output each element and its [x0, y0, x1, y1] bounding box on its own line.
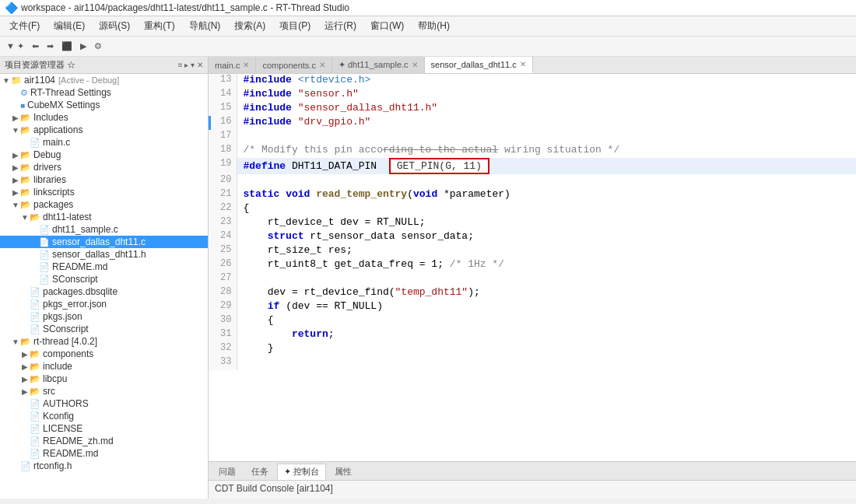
code-line-24: 24 struct rt_sensor_data sensor_data; — [209, 230, 856, 244]
menu-edit[interactable]: 编辑(E) — [47, 18, 91, 34]
toolbar-btn-2[interactable]: ⬅ — [29, 40, 42, 53]
sidebar-item-cubemx-settings[interactable]: ■ CubeMX Settings — [0, 99, 208, 111]
bottom-tab-console[interactable]: ✦ 控制台 — [277, 464, 326, 480]
app-icon: 🔷 — [5, 2, 18, 14]
sidebar-item-rt-thread-settings[interactable]: ⚙ RT-Thread Settings — [0, 86, 208, 99]
toolbar-btn-4[interactable]: ⬛ — [58, 40, 75, 53]
menu-window[interactable]: 窗口(W) — [364, 18, 410, 34]
arrow-rt-thread: ▼ — [11, 338, 20, 346]
sidebar-item-dht11-sample-c[interactable]: 📄 dht11_sample.c — [0, 223, 208, 236]
sidebar-item-kconfig[interactable]: 📄 Kconfig — [0, 410, 208, 422]
sidebar-item-sconscript2[interactable]: 📄 SConscript — [0, 323, 208, 335]
menu-project[interactable]: 项目(P) — [273, 18, 317, 34]
sidebar-item-authors[interactable]: 📄 AUTHORS — [0, 397, 208, 410]
sidebar-item-pkgs-error-json[interactable]: 📄 pkgs_error.json — [0, 298, 208, 310]
title-text: workspace - air1104/packages/dht11-lates… — [21, 2, 349, 13]
menu-help[interactable]: 帮助(H) — [412, 18, 456, 34]
icon-main-c: 📄 — [30, 138, 40, 148]
tab-dht11-sample-c[interactable]: ✦ dht11_sample.c ✕ — [332, 57, 425, 73]
pin-box: GET_PIN(G, 11) — [389, 158, 489, 174]
tab-close-main-c[interactable]: ✕ — [243, 61, 249, 69]
menu-run[interactable]: 运行(R) — [318, 18, 363, 34]
bottom-tab-problems[interactable]: 问题 — [212, 464, 243, 480]
bottom-tab-properties[interactable]: 属性 — [328, 464, 359, 480]
arrow-include: ▶ — [20, 362, 30, 371]
icon-readme-zh-md: 📄 — [30, 436, 40, 446]
arrow-packages: ▼ — [11, 201, 20, 209]
code-line-33: 33 — [209, 356, 856, 370]
sidebar-item-linkscripts[interactable]: ▶ 📂 linkscripts — [0, 186, 208, 198]
sidebar-item-debug[interactable]: ▶ 📂 Debug — [0, 149, 208, 161]
sidebar-item-dht11-latest[interactable]: ▼ 📂 dht11-latest — [0, 211, 208, 223]
sidebar-item-sensor-dallas-dht11-c[interactable]: 📄 sensor_dallas_dht11.c — [0, 236, 208, 248]
toolbar-btn-3[interactable]: ➡ — [44, 40, 57, 53]
sidebar-item-packages-dbsqlite[interactable]: 📄 packages.dbsqlite — [0, 285, 208, 298]
line-content-28: dev = rt_device_find("temp_dht11"); — [237, 286, 856, 300]
label-packages-dbsqlite: packages.dbsqlite — [43, 286, 118, 297]
sidebar-item-pkgs-json[interactable]: 📄 pkgs.json — [0, 310, 208, 323]
tab-sensor-dallas-dht11-c[interactable]: sensor_dallas_dht11.c ✕ — [425, 57, 533, 73]
tab-close-sensor-dallas-dht11-c[interactable]: ✕ — [520, 60, 526, 68]
menu-search[interactable]: 搜索(A) — [228, 18, 272, 34]
code-table: 13 #include <rtdevice.h> 14 #include "se… — [209, 74, 856, 370]
sidebar-item-components[interactable]: ▶ 📂 components — [0, 348, 208, 360]
bottom-tab-tasks[interactable]: 任务 — [244, 464, 275, 480]
code-line-31: 31 return; — [209, 328, 856, 342]
sidebar-item-packages[interactable]: ▼ 📂 packages — [0, 198, 208, 211]
label-libcpu: libcpu — [43, 373, 67, 384]
icon-pkgs-error-json: 📄 — [30, 299, 40, 310]
code-line-20: 20 — [209, 174, 856, 188]
toolbar-btn-5[interactable]: ▶ — [77, 40, 89, 53]
icon-rt-thread: 📂 — [20, 337, 31, 347]
tab-components-c[interactable]: components.c ✕ — [256, 57, 332, 73]
menu-refactor[interactable]: 重构(T) — [138, 18, 181, 34]
icon-readme-md: 📄 — [39, 262, 50, 272]
line-num-25: 25 — [209, 244, 237, 258]
line-num-32: 32 — [209, 342, 237, 356]
sidebar-item-air1104[interactable]: ▼ 📁 air1104 [Active - Debug] — [0, 74, 208, 86]
menu-source[interactable]: 源码(S) — [93, 18, 136, 34]
sidebar-tree: ▼ 📁 air1104 [Active - Debug] ⚙ RT-Thread… — [0, 74, 208, 499]
icon-authors: 📄 — [30, 399, 40, 409]
bottom-panel: 问题 任务 ✦ 控制台 属性 CDT Build Console [air110… — [209, 461, 856, 499]
sidebar-item-sconscript[interactable]: 📄 SConscript — [0, 273, 208, 285]
sidebar-item-src[interactable]: ▶ 📂 src — [0, 385, 208, 397]
tab-main-c[interactable]: main.c ✕ — [209, 57, 256, 73]
line-content-14: #include "sensor.h" — [237, 88, 856, 102]
menu-navigate[interactable]: 导航(N) — [183, 18, 227, 34]
sidebar-item-applications[interactable]: ▼ 📂 applications — [0, 124, 208, 136]
label-rt-thread: rt-thread [4.0.2] — [33, 336, 97, 347]
label-pkgs-json: pkgs.json — [43, 311, 82, 322]
sidebar-item-rtconfig-h[interactable]: 📄 rtconfig.h — [0, 460, 208, 472]
bottom-tabs: 问题 任务 ✦ 控制台 属性 — [209, 462, 856, 481]
sidebar-item-drivers[interactable]: ▶ 📂 drivers — [0, 161, 208, 173]
sidebar-item-readme-md[interactable]: 📄 README.md — [0, 261, 208, 273]
line-content-19: #define DHT11_DATA_PIN GET_PIN(G, 11) — [237, 158, 856, 174]
toolbar-btn-6[interactable]: ⚙ — [91, 40, 105, 53]
sidebar-item-libcpu[interactable]: ▶ 📂 libcpu — [0, 373, 208, 385]
code-line-13: 13 #include <rtdevice.h> — [209, 74, 856, 88]
icon-sconscript2: 📄 — [30, 324, 40, 334]
tab-close-components-c[interactable]: ✕ — [319, 61, 325, 69]
code-line-23: 23 rt_device_t dev = RT_NULL; — [209, 216, 856, 230]
sidebar-item-includes[interactable]: ▶ 📂 Includes — [0, 111, 208, 124]
code-editor[interactable]: 13 #include <rtdevice.h> 14 #include "se… — [209, 74, 856, 461]
label-src: src — [43, 386, 55, 397]
sidebar-item-libraries[interactable]: ▶ 📂 libraries — [0, 173, 208, 186]
sidebar-item-readme-md2[interactable]: 📄 README.md — [0, 447, 208, 460]
label-air1104: air1104 — [24, 75, 55, 86]
line-content-31: return; — [237, 328, 856, 342]
sidebar-item-readme-zh-md[interactable]: 📄 README_zh.md — [0, 435, 208, 447]
sidebar-item-rt-thread[interactable]: ▼ 📂 rt-thread [4.0.2] — [0, 335, 208, 348]
menu-file[interactable]: 文件(F) — [3, 18, 46, 34]
sidebar-item-include[interactable]: ▶ 📂 include — [0, 360, 208, 373]
sidebar-item-sensor-dallas-dht11-h[interactable]: 📄 sensor_dallas_dht11.h — [0, 248, 208, 261]
icon-sensor-dallas-dht11-c: 📄 — [39, 237, 50, 247]
tab-close-dht11-sample-c[interactable]: ✕ — [412, 61, 418, 69]
toolbar-btn-1[interactable]: ▼ ✦ — [3, 40, 27, 53]
sidebar-item-main-c[interactable]: 📄 main.c — [0, 136, 208, 149]
line-content-33 — [237, 356, 856, 370]
line-num-13: 13 — [209, 74, 237, 88]
label-readme-md2: README.md — [43, 448, 98, 459]
sidebar-item-license[interactable]: 📄 LICENSE — [0, 422, 208, 435]
